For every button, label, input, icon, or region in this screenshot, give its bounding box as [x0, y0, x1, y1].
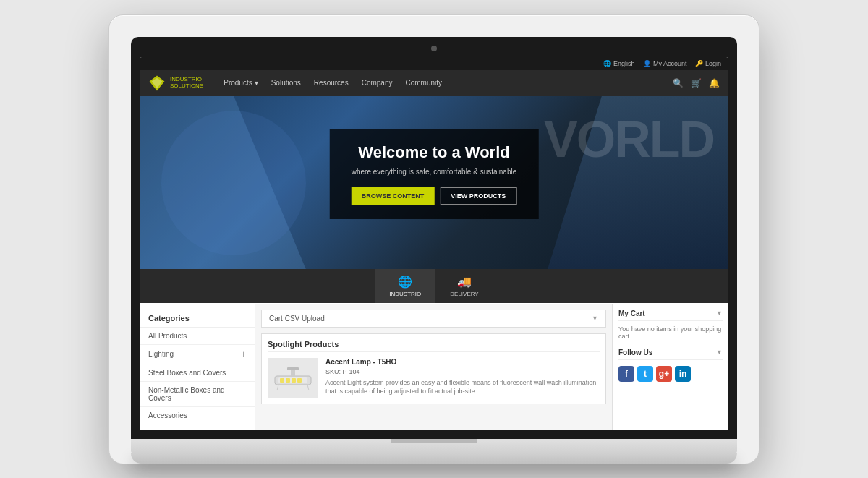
- hero-shape-circle: [161, 111, 306, 255]
- lamp-svg: [271, 362, 315, 394]
- social-icons: f t g+ in: [618, 366, 723, 382]
- account-link[interactable]: 👤 My Account: [643, 60, 686, 67]
- tab-delivery-label: DELIVERY: [450, 291, 478, 297]
- product-image: [268, 358, 318, 398]
- sidebar-title: Categories: [140, 310, 255, 328]
- sidebar-item-steel-boxes[interactable]: Steel Boxes and Covers: [140, 364, 255, 382]
- expand-icon: +: [241, 349, 246, 359]
- svg-rect-4: [280, 378, 284, 383]
- csv-upload-label: Cart CSV Upload: [269, 315, 325, 323]
- main-content: Categories All Products Lighting + Steel…: [140, 304, 728, 430]
- sidebar-item-all-products[interactable]: All Products: [140, 328, 255, 345]
- tab-industrio[interactable]: 🌐 INDUSTRIO: [375, 269, 435, 303]
- twitter-icon[interactable]: t: [637, 366, 653, 382]
- hero-buttons: BROWSE CONTENT VIEW PRODUCTS: [352, 187, 517, 205]
- login-link[interactable]: 🔑 Login: [695, 60, 721, 67]
- svg-rect-6: [292, 378, 296, 383]
- logo-text: INDUSTRIO SOLUTIONS: [170, 77, 203, 90]
- notification-icon[interactable]: 🔔: [709, 78, 720, 88]
- hero-subtitle: where everything is safe, comfortable & …: [352, 168, 517, 176]
- industrio-icon: 🌐: [398, 275, 412, 289]
- cart-empty-message: You have no items in your shopping cart.: [618, 325, 723, 340]
- top-bar: 🌐 English 👤 My Account 🔑 Login: [140, 57, 728, 70]
- follow-chevron-icon: ▼: [716, 349, 723, 356]
- hero-content: Welcome to a World where everything is s…: [330, 129, 539, 219]
- view-products-button[interactable]: VIEW PRODUCTS: [440, 187, 516, 205]
- center-column: Cart CSV Upload ▼ Spotlight Products: [255, 304, 613, 430]
- hero-title: Welcome to a World: [352, 143, 517, 162]
- language-selector[interactable]: 🌐 English: [603, 60, 634, 67]
- search-icon[interactable]: 🔍: [673, 78, 684, 88]
- svg-line-10: [277, 385, 278, 390]
- sidebar-item-accessories[interactable]: Accessories: [140, 407, 255, 424]
- cart-header: My Cart ▼: [618, 310, 723, 321]
- product-name: Accent Lamp - T5HO: [326, 358, 600, 366]
- google-plus-icon[interactable]: g+: [656, 366, 672, 382]
- hero-section: VORLD Welcome to a World where everythin…: [140, 96, 728, 270]
- cart-section: My Cart ▼ You have no items in your shop…: [618, 310, 723, 340]
- svg-line-11: [307, 385, 309, 390]
- sidebar: Categories All Products Lighting + Steel…: [140, 304, 255, 430]
- product-sku: SKU: P-104: [326, 368, 600, 375]
- login-label: 🔑 Login: [695, 60, 721, 67]
- delivery-icon: 🚚: [457, 275, 472, 289]
- sidebar-item-lighting[interactable]: Lighting +: [140, 345, 255, 364]
- linkedin-icon[interactable]: in: [675, 366, 691, 382]
- tabs-row: 🌐 INDUSTRIO 🚚 DELIVERY: [140, 269, 728, 303]
- logo-icon: [148, 74, 166, 92]
- language-label: 🌐 English: [603, 60, 634, 67]
- nav-links: Products ▾ Solutions Resources Company C…: [218, 70, 673, 96]
- spotlight-section: Spotlight Products: [261, 333, 606, 404]
- nav-solutions[interactable]: Solutions: [265, 70, 307, 96]
- follow-title: Follow Us: [618, 349, 652, 357]
- nav-resources[interactable]: Resources: [308, 70, 354, 96]
- logo[interactable]: INDUSTRIO SOLUTIONS: [148, 74, 203, 92]
- tab-industrio-label: INDUSTRIO: [389, 291, 421, 297]
- nav-bar: INDUSTRIO SOLUTIONS Products ▾ Solutions…: [140, 70, 728, 96]
- nav-community[interactable]: Community: [399, 70, 448, 96]
- chevron-down-icon: ▾: [255, 79, 258, 87]
- tab-delivery[interactable]: 🚚 DELIVERY: [435, 269, 493, 303]
- sidebar-item-nonmetallic-boxes[interactable]: Non-Metallic Boxes and Covers: [140, 382, 255, 407]
- account-label: 👤 My Account: [643, 60, 686, 67]
- csv-upload-row[interactable]: Cart CSV Upload ▼: [261, 310, 606, 328]
- svg-rect-5: [286, 378, 290, 383]
- csv-chevron-icon: ▼: [592, 315, 598, 322]
- hero-deco-text: VORLD: [544, 111, 714, 168]
- screen: 🌐 English 👤 My Account 🔑 Login: [140, 57, 728, 430]
- product-description: Accent Light system provides an easy and…: [326, 378, 600, 396]
- svg-rect-9: [287, 367, 299, 370]
- spotlight-title: Spotlight Products: [268, 340, 600, 352]
- screen-bezel: 🌐 English 👤 My Account 🔑 Login: [131, 37, 737, 439]
- svg-rect-7: [297, 378, 302, 383]
- right-column: My Cart ▼ You have no items in your shop…: [613, 304, 728, 430]
- cart-title: My Cart: [618, 310, 645, 317]
- facebook-icon[interactable]: f: [618, 366, 634, 382]
- browse-content-button[interactable]: BROWSE CONTENT: [352, 187, 435, 205]
- nav-products[interactable]: Products ▾: [218, 70, 263, 96]
- nav-company[interactable]: Company: [356, 70, 399, 96]
- laptop-base: [131, 439, 737, 453]
- cart-chevron-icon: ▼: [716, 310, 723, 317]
- laptop-frame: 🌐 English 👤 My Account 🔑 Login: [109, 14, 760, 464]
- cart-icon[interactable]: 🛒: [691, 78, 702, 88]
- follow-section: Follow Us ▼ f t g+ in: [618, 349, 723, 382]
- product-row: Accent Lamp - T5HO SKU: P-104 Accent Lig…: [268, 358, 600, 398]
- laptop-foot: [131, 453, 737, 464]
- nav-actions: 🔍 🛒 🔔: [673, 78, 720, 88]
- follow-header: Follow Us ▼: [618, 349, 723, 360]
- product-info: Accent Lamp - T5HO SKU: P-104 Accent Lig…: [326, 358, 600, 398]
